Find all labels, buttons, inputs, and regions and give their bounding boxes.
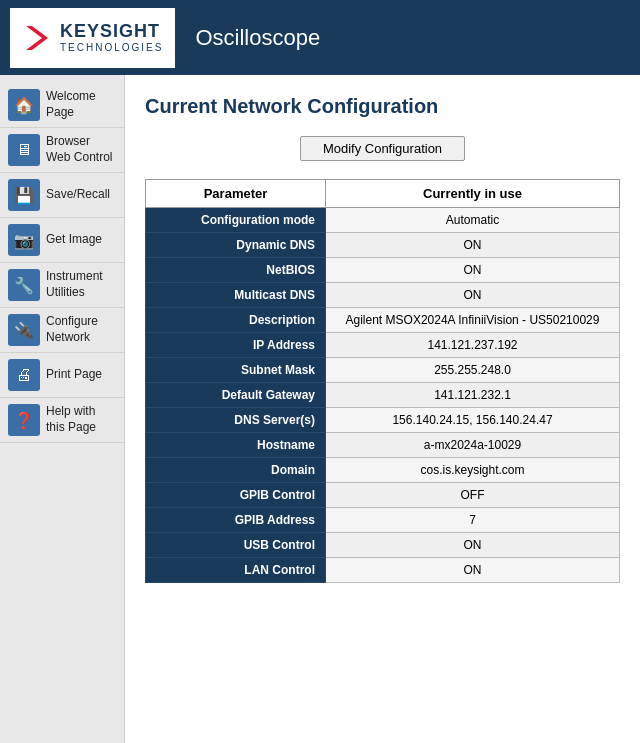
sidebar-item-help[interactable]: ❓Help with this Page bbox=[0, 398, 124, 443]
param-cell: Hostname bbox=[146, 433, 326, 458]
table-row: Hostnamea-mx2024a-10029 bbox=[146, 433, 620, 458]
sidebar-item-get-image[interactable]: 📷Get Image bbox=[0, 218, 124, 263]
table-row: DescriptionAgilent MSOX2024A InfiniiVisi… bbox=[146, 308, 620, 333]
param-cell: Dynamic DNS bbox=[146, 233, 326, 258]
param-cell: Default Gateway bbox=[146, 383, 326, 408]
svg-marker-0 bbox=[26, 26, 48, 50]
col-param-header: Parameter bbox=[146, 180, 326, 208]
param-cell: Configuration mode bbox=[146, 208, 326, 233]
table-row: IP Address141.121.237.192 bbox=[146, 333, 620, 358]
sidebar: 🏠Welcome Page🖥Browser Web Control💾Save/R… bbox=[0, 75, 125, 743]
value-cell: 141.121.232.1 bbox=[326, 383, 620, 408]
param-cell: USB Control bbox=[146, 533, 326, 558]
sidebar-label-save-recall: Save/Recall bbox=[46, 187, 110, 203]
sidebar-label-configure: Configure Network bbox=[46, 314, 116, 345]
col-value-header: Currently in use bbox=[326, 180, 620, 208]
main-content: Current Network Configuration Modify Con… bbox=[125, 75, 640, 743]
sidebar-item-instrument[interactable]: 🔧Instrument Utilities bbox=[0, 263, 124, 308]
app-title: Oscilloscope bbox=[195, 25, 320, 51]
value-cell: cos.is.keysight.com bbox=[326, 458, 620, 483]
table-row: NetBIOSON bbox=[146, 258, 620, 283]
param-cell: Multicast DNS bbox=[146, 283, 326, 308]
value-cell: ON bbox=[326, 283, 620, 308]
browser-icon: 🖥 bbox=[8, 134, 40, 166]
value-cell: 7 bbox=[326, 508, 620, 533]
logo-chevron-icon bbox=[22, 22, 54, 54]
param-cell: IP Address bbox=[146, 333, 326, 358]
value-cell: 141.121.237.192 bbox=[326, 333, 620, 358]
config-table-body: Configuration modeAutomaticDynamic DNSON… bbox=[146, 208, 620, 583]
table-row: LAN ControlON bbox=[146, 558, 620, 583]
modify-configuration-button[interactable]: Modify Configuration bbox=[300, 136, 465, 161]
logo: KEYSIGHT TECHNOLOGIES bbox=[10, 8, 175, 68]
value-cell: ON bbox=[326, 258, 620, 283]
modify-btn-area: Modify Configuration bbox=[145, 136, 620, 161]
help-icon: ❓ bbox=[8, 404, 40, 436]
save-recall-icon: 💾 bbox=[8, 179, 40, 211]
sidebar-label-instrument: Instrument Utilities bbox=[46, 269, 116, 300]
sidebar-label-get-image: Get Image bbox=[46, 232, 102, 248]
configure-icon: 🔌 bbox=[8, 314, 40, 346]
table-row: GPIB ControlOFF bbox=[146, 483, 620, 508]
table-row: USB ControlON bbox=[146, 533, 620, 558]
sidebar-label-help: Help with this Page bbox=[46, 404, 116, 435]
value-cell: 255.255.248.0 bbox=[326, 358, 620, 383]
config-table: Parameter Currently in use Configuration… bbox=[145, 179, 620, 583]
value-cell: ON bbox=[326, 533, 620, 558]
table-row: GPIB Address7 bbox=[146, 508, 620, 533]
page-title: Current Network Configuration bbox=[145, 95, 620, 118]
logo-technologies: TECHNOLOGIES bbox=[60, 42, 163, 54]
sidebar-item-save-recall[interactable]: 💾Save/Recall bbox=[0, 173, 124, 218]
table-row: DNS Server(s)156.140.24.15, 156.140.24.4… bbox=[146, 408, 620, 433]
value-cell: Automatic bbox=[326, 208, 620, 233]
table-row: Default Gateway141.121.232.1 bbox=[146, 383, 620, 408]
param-cell: GPIB Address bbox=[146, 508, 326, 533]
table-row: Configuration modeAutomatic bbox=[146, 208, 620, 233]
sidebar-item-print[interactable]: 🖨Print Page bbox=[0, 353, 124, 398]
value-cell: Agilent MSOX2024A InfiniiVision - US5021… bbox=[326, 308, 620, 333]
value-cell: a-mx2024a-10029 bbox=[326, 433, 620, 458]
sidebar-item-configure[interactable]: 🔌Configure Network bbox=[0, 308, 124, 353]
param-cell: LAN Control bbox=[146, 558, 326, 583]
param-cell: GPIB Control bbox=[146, 483, 326, 508]
table-row: Multicast DNSON bbox=[146, 283, 620, 308]
table-row: Subnet Mask255.255.248.0 bbox=[146, 358, 620, 383]
value-cell: 156.140.24.15, 156.140.24.47 bbox=[326, 408, 620, 433]
param-cell: Domain bbox=[146, 458, 326, 483]
value-cell: ON bbox=[326, 558, 620, 583]
value-cell: ON bbox=[326, 233, 620, 258]
print-icon: 🖨 bbox=[8, 359, 40, 391]
header: KEYSIGHT TECHNOLOGIES Oscilloscope bbox=[0, 0, 640, 75]
logo-text: KEYSIGHT TECHNOLOGIES bbox=[60, 21, 163, 55]
instrument-icon: 🔧 bbox=[8, 269, 40, 301]
param-cell: NetBIOS bbox=[146, 258, 326, 283]
table-row: Dynamic DNSON bbox=[146, 233, 620, 258]
logo-keysight: KEYSIGHT bbox=[60, 21, 163, 43]
param-cell: Subnet Mask bbox=[146, 358, 326, 383]
table-row: Domaincos.is.keysight.com bbox=[146, 458, 620, 483]
sidebar-item-browser[interactable]: 🖥Browser Web Control bbox=[0, 128, 124, 173]
sidebar-label-browser: Browser Web Control bbox=[46, 134, 116, 165]
sidebar-label-print: Print Page bbox=[46, 367, 102, 383]
param-cell: DNS Server(s) bbox=[146, 408, 326, 433]
get-image-icon: 📷 bbox=[8, 224, 40, 256]
layout: 🏠Welcome Page🖥Browser Web Control💾Save/R… bbox=[0, 75, 640, 743]
sidebar-label-welcome: Welcome Page bbox=[46, 89, 116, 120]
welcome-icon: 🏠 bbox=[8, 89, 40, 121]
value-cell: OFF bbox=[326, 483, 620, 508]
sidebar-item-welcome[interactable]: 🏠Welcome Page bbox=[0, 83, 124, 128]
param-cell: Description bbox=[146, 308, 326, 333]
